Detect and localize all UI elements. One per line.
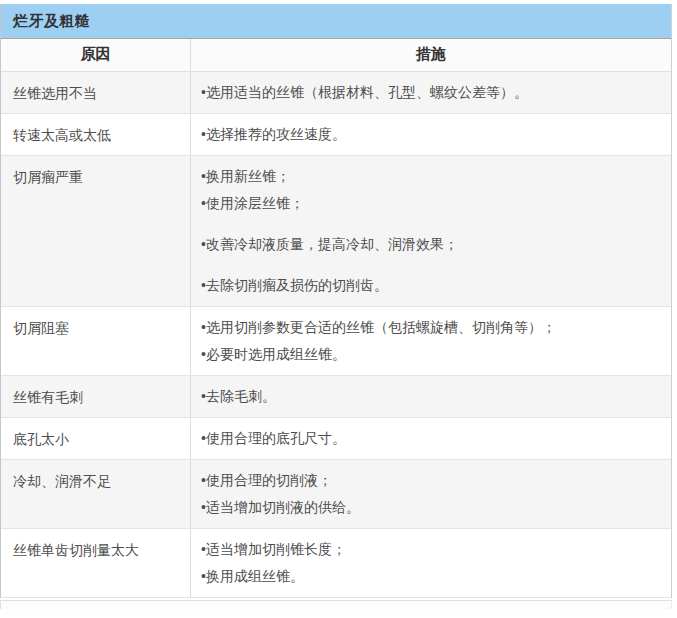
table-title-bar: 烂牙及粗糙 <box>1 4 671 39</box>
cause-cell: 冷却、润滑不足 <box>1 460 190 528</box>
next-section-strip <box>0 600 672 609</box>
measure-gap <box>201 217 659 231</box>
measure-line: •改善冷却液质量，提高冷却、润滑效果； <box>201 231 659 258</box>
measures-cell: •选择推荐的攻丝速度。 <box>190 114 671 155</box>
cause-cell: 丝锥选用不当 <box>1 72 190 113</box>
table-row: 丝锥有毛刺•去除毛刺。 <box>1 376 671 418</box>
measures-cell: •换用新丝锥；•使用涂层丝锥；•改善冷却液质量，提高冷却、润滑效果；•去除切削瘤… <box>190 156 671 306</box>
table-row: 底孔太小•使用合理的底孔尺寸。 <box>1 418 671 460</box>
measure-line: •选用适当的丝锥（根据材料、孔型、螺纹公差等）。 <box>201 79 659 106</box>
measure-line: •换用新丝锥； <box>201 163 659 190</box>
measures-cell: •去除毛刺。 <box>190 376 671 417</box>
measures-cell: •选用适当的丝锥（根据材料、孔型、螺纹公差等）。 <box>190 72 671 113</box>
table-row: 丝锥单齿切削量太大•适当增加切削锥长度；•换用成组丝锥。 <box>1 529 671 598</box>
measure-line: •使用涂层丝锥； <box>201 190 659 217</box>
cause-cell: 切屑阻塞 <box>1 307 190 375</box>
measure-line: •使用合理的切削液； <box>201 467 659 494</box>
cause-cell: 切屑瘤严重 <box>1 156 190 306</box>
table-column-header: 原因 措施 <box>1 39 671 72</box>
measure-line: •去除毛刺。 <box>201 383 659 410</box>
measures-cell: •选用切削参数更合适的丝锥（包括螺旋槽、切削角等）；•必要时选用成组丝锥。 <box>190 307 671 375</box>
measures-cell: •使用合理的切削液；•适当增加切削液的供给。 <box>190 460 671 528</box>
cause-cell: 底孔太小 <box>1 418 190 459</box>
measure-line: •适当增加切削锥长度； <box>201 536 659 563</box>
measure-line: •使用合理的底孔尺寸。 <box>201 425 659 452</box>
table-row: 切屑瘤严重•换用新丝锥；•使用涂层丝锥；•改善冷却液质量，提高冷却、润滑效果；•… <box>1 156 671 307</box>
measure-line: •适当增加切削液的供给。 <box>201 494 659 521</box>
cause-cell: 丝锥单齿切削量太大 <box>1 529 190 597</box>
table-row: 转速太高或太低•选择推荐的攻丝速度。 <box>1 114 671 156</box>
measures-cell: •使用合理的底孔尺寸。 <box>190 418 671 459</box>
measure-line: •必要时选用成组丝锥。 <box>201 341 659 368</box>
column-header-cause: 原因 <box>1 39 190 71</box>
measure-line: •选用切削参数更合适的丝锥（包括螺旋槽、切削角等）； <box>201 314 659 341</box>
measure-line: •换用成组丝锥。 <box>201 563 659 590</box>
measure-gap <box>201 258 659 272</box>
table-row: 丝锥选用不当•选用适当的丝锥（根据材料、孔型、螺纹公差等）。 <box>1 72 671 114</box>
measure-line: •选择推荐的攻丝速度。 <box>201 121 659 148</box>
cause-cell: 转速太高或太低 <box>1 114 190 155</box>
cause-cell: 丝锥有毛刺 <box>1 376 190 417</box>
fault-table: 烂牙及粗糙 原因 措施 丝锥选用不当•选用适当的丝锥（根据材料、孔型、螺纹公差等… <box>0 4 672 598</box>
page: 烂牙及粗糙 原因 措施 丝锥选用不当•选用适当的丝锥（根据材料、孔型、螺纹公差等… <box>0 4 677 618</box>
column-header-measures: 措施 <box>190 39 671 71</box>
table-row: 切屑阻塞•选用切削参数更合适的丝锥（包括螺旋槽、切削角等）；•必要时选用成组丝锥… <box>1 307 671 376</box>
measure-line: •去除切削瘤及损伤的切削齿。 <box>201 272 659 299</box>
table-body: 丝锥选用不当•选用适当的丝锥（根据材料、孔型、螺纹公差等）。转速太高或太低•选择… <box>1 72 671 598</box>
measures-cell: •适当增加切削锥长度；•换用成组丝锥。 <box>190 529 671 597</box>
table-row: 冷却、润滑不足•使用合理的切削液；•适当增加切削液的供给。 <box>1 460 671 529</box>
